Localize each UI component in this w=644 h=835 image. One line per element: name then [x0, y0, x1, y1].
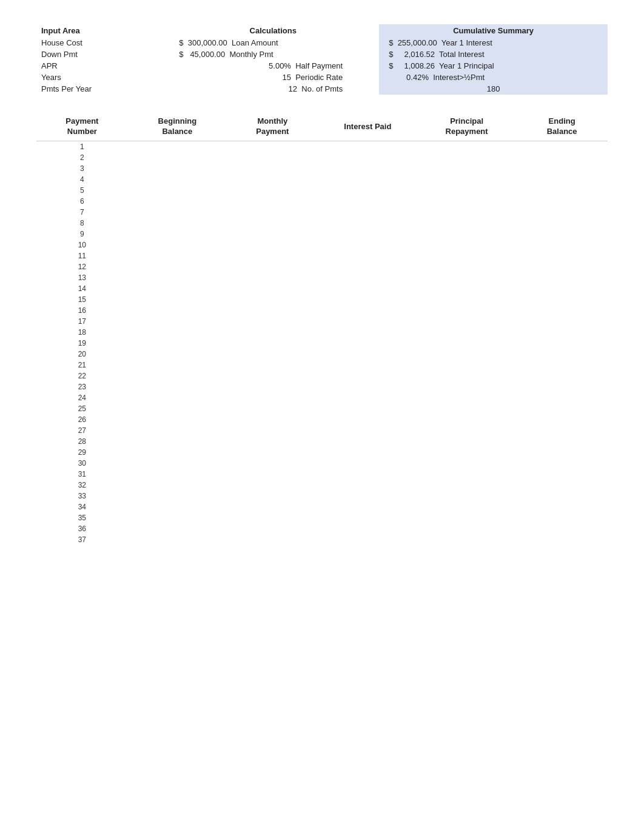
payment-number-cell: 12: [36, 261, 128, 272]
payment-number-cell: 17: [36, 316, 128, 327]
payment-number-cell: 28: [36, 436, 128, 447]
interest-half-pmt-cum: 0.42% Interest>½Pmt: [379, 72, 608, 83]
table-row: 28: [36, 436, 608, 447]
monthly-payment-cell: [227, 229, 318, 240]
monthly-payment-cell: [227, 163, 318, 174]
interest-paid-cell: [318, 163, 417, 174]
table-row: 9: [36, 229, 608, 240]
payment-number-cell: 16: [36, 305, 128, 316]
interest-paid-cell: [318, 392, 417, 403]
ending-balance-cell: [516, 207, 608, 218]
interest-paid-cell: [318, 534, 417, 545]
principal-repayment-header: PrincipalRepayment: [417, 113, 516, 141]
beginning-balance-cell: [128, 403, 227, 414]
beginning-balance-cell: [128, 196, 227, 207]
beginning-balance-cell: [128, 371, 227, 381]
beginning-balance-cell: [128, 207, 227, 218]
ending-balance-cell: [516, 338, 608, 349]
payment-number-cell: 13: [36, 272, 128, 283]
interest-paid-cell: [318, 283, 417, 294]
ending-balance-cell: [516, 196, 608, 207]
beginning-balance-header: BeginningBalance: [128, 113, 227, 141]
payment-number-cell: 26: [36, 414, 128, 425]
ending-balance-cell: [516, 414, 608, 425]
interest-paid-cell: [318, 240, 417, 250]
ending-balance-cell: [516, 392, 608, 403]
table-row: 26: [36, 414, 608, 425]
table-row: 32: [36, 480, 608, 491]
cumulative-summary-header: Cumulative Summary: [379, 24, 608, 37]
table-row: 18: [36, 327, 608, 338]
table-row: 35: [36, 512, 608, 523]
ending-balance-cell: [516, 480, 608, 491]
table-row: 11: [36, 250, 608, 261]
interest-paid-cell: [318, 294, 417, 305]
year1-principal-cum: $ 1,008.26 Year 1 Principal: [379, 60, 608, 72]
monthly-payment-cell: [227, 458, 318, 469]
principal-repayment-cell: [417, 469, 516, 480]
interest-paid-header: Interest Paid: [318, 113, 417, 141]
monthly-payment-cell: [227, 534, 318, 545]
beginning-balance-cell: [128, 229, 227, 240]
monthly-payment-cell: [227, 250, 318, 261]
amortization-table: PaymentNumber BeginningBalance MonthlyPa…: [36, 113, 608, 545]
payment-number-cell: 32: [36, 480, 128, 491]
ending-balance-cell: [516, 163, 608, 174]
interest-paid-cell: [318, 469, 417, 480]
interest-paid-cell: [318, 338, 417, 349]
pmts-per-year-label: Pmts Per Year: [36, 83, 167, 95]
monthly-payment-cell: [227, 338, 318, 349]
beginning-balance-cell: [128, 141, 227, 152]
interest-paid-cell: [318, 360, 417, 371]
principal-repayment-cell: [417, 392, 516, 403]
monthly-payment-cell: [227, 196, 318, 207]
ending-balance-cell: [516, 174, 608, 185]
interest-paid-cell: [318, 261, 417, 272]
payment-number-cell: 37: [36, 534, 128, 545]
ending-balance-cell: [516, 403, 608, 414]
table-row: 21: [36, 360, 608, 371]
monthly-payment-cell: [227, 218, 318, 229]
principal-repayment-cell: [417, 174, 516, 185]
monthly-payment-cell: [227, 294, 318, 305]
beginning-balance-cell: [128, 174, 227, 185]
interest-paid-cell: [318, 447, 417, 458]
loan-amount-calc: $ 300,000.00 Loan Amount: [167, 37, 379, 49]
principal-repayment-cell: [417, 218, 516, 229]
no-of-pmts-calc: 12 No. of Pmts: [167, 83, 379, 95]
years-label: Years: [36, 72, 167, 83]
ending-balance-cell: [516, 261, 608, 272]
table-row: 10: [36, 240, 608, 250]
table-row: 37: [36, 534, 608, 545]
principal-repayment-cell: [417, 458, 516, 469]
table-row: 33: [36, 491, 608, 501]
monthly-payment-cell: [227, 491, 318, 501]
beginning-balance-cell: [128, 272, 227, 283]
table-row: 29: [36, 447, 608, 458]
principal-repayment-cell: [417, 338, 516, 349]
principal-repayment-cell: [417, 371, 516, 381]
interest-paid-cell: [318, 152, 417, 163]
principal-repayment-cell: [417, 327, 516, 338]
principal-repayment-cell: [417, 250, 516, 261]
table-row: 36: [36, 523, 608, 534]
table-row: 13: [36, 272, 608, 283]
monthly-payment-cell: [227, 141, 318, 152]
beginning-balance-cell: [128, 163, 227, 174]
beginning-balance-cell: [128, 512, 227, 523]
interest-paid-cell: [318, 501, 417, 512]
beginning-balance-cell: [128, 240, 227, 250]
payment-number-cell: 4: [36, 174, 128, 185]
table-row: 19: [36, 338, 608, 349]
monthly-payment-cell: [227, 185, 318, 196]
beginning-balance-cell: [128, 480, 227, 491]
monthly-payment-cell: [227, 414, 318, 425]
beginning-balance-cell: [128, 523, 227, 534]
interest-paid-cell: [318, 458, 417, 469]
total-pmts-cum: 180: [379, 83, 608, 95]
interest-paid-cell: [318, 141, 417, 152]
monthly-payment-cell: [227, 469, 318, 480]
payment-number-cell: 20: [36, 349, 128, 360]
monthly-payment-cell: [227, 174, 318, 185]
interest-paid-cell: [318, 414, 417, 425]
